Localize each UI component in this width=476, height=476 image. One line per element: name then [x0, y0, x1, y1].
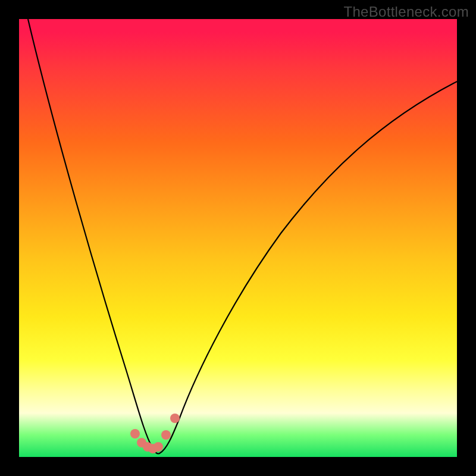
chart-marker	[170, 414, 180, 423]
chart-marker	[154, 442, 163, 452]
bottleneck-chart	[19, 19, 457, 457]
chart-svg	[19, 19, 457, 457]
watermark-text: TheBottleneck.com	[343, 4, 469, 20]
chart-marker	[161, 430, 171, 440]
chart-marker	[130, 429, 140, 439]
bottleneck-curve	[28, 19, 457, 454]
